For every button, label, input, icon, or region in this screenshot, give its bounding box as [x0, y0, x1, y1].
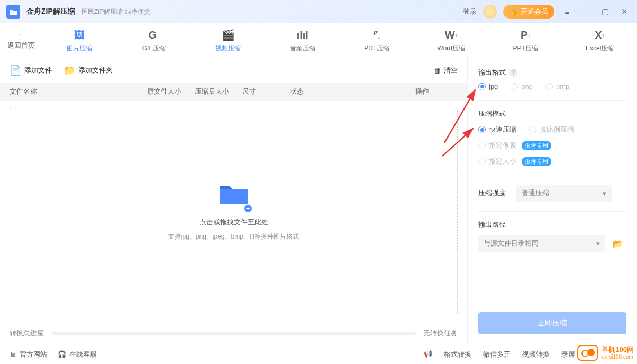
tab-label: GIF压缩 [142, 44, 166, 53]
app-logo [6, 5, 20, 19]
radio-label: 指定大小 [489, 157, 516, 166]
tab-label: PPT压缩 [513, 44, 538, 53]
tab-label: 图片压缩 [67, 44, 92, 53]
vip-label: 开通会员 [521, 7, 548, 16]
clear-label: 清空 [444, 66, 458, 75]
add-folder-label: 添加文件夹 [78, 66, 113, 75]
tab-video-compress[interactable]: 🎬视频压缩 [191, 23, 266, 58]
gif-icon: G↓ [148, 28, 159, 42]
audio-icon: ılıl [297, 28, 308, 42]
folder-plus-icon: 📁 [63, 65, 75, 76]
strength-select[interactable]: 普通压缩▾ [516, 185, 612, 202]
radio-fast-compress[interactable]: 快速压缩 [478, 125, 516, 134]
link-label: 在线客服 [69, 350, 97, 359]
radio-ratio-compress[interactable]: 按比例压缩 [529, 125, 574, 134]
titlebar: 金舟ZIP解压缩 国民ZIP解压缩 纯净便捷 登录 👍开通会员 ≡ — ▢ ✕ [0, 0, 637, 23]
select-value: 普通压缩 [522, 188, 549, 198]
col-orig-size: 原文件大小 [147, 87, 195, 96]
pdf-icon: ᴾ↓ [372, 28, 381, 42]
avatar[interactable] [483, 5, 497, 19]
close-button[interactable]: ✕ [618, 5, 631, 18]
app-subtitle: 国民ZIP解压缩 纯净便捷 [81, 7, 150, 16]
dropzone[interactable]: + 点击或拖拽文件至此处 支持jpg、png、jpeg、bmp、tif等多种图片… [10, 108, 458, 314]
horn-icon: 📢 [424, 350, 432, 359]
login-link[interactable]: 登录 [463, 7, 477, 16]
arrow-left-icon: ← [17, 31, 24, 39]
footer-link-0[interactable]: 格式转换 [444, 350, 471, 359]
support-link[interactable]: 🎧在线客服 [58, 350, 97, 359]
radio-label: png [521, 83, 533, 90]
add-file-label: 添加文件 [24, 66, 52, 75]
clear-button[interactable]: 🗑清空 [434, 66, 458, 75]
tab-audio-compress[interactable]: ılıl音频压缩 [266, 23, 340, 58]
back-button[interactable]: ← 返回首页 [0, 23, 42, 58]
tab-gif-compress[interactable]: G↓GIF压缩 [117, 23, 192, 58]
radio-label: 快速压缩 [489, 125, 516, 134]
add-folder-button[interactable]: 📁添加文件夹 [63, 65, 113, 76]
back-label: 返回首页 [7, 41, 35, 50]
progress-bar [51, 332, 416, 335]
radio-fixed-size[interactable]: 指定大小报考专用 [478, 157, 551, 166]
menu-button[interactable]: ≡ [561, 5, 574, 18]
tab-label: Excel压缩 [586, 44, 614, 53]
side-panel: 输出格式? jpg png bmp 压缩模式 快速压缩 按比例压缩 指定像素报考… [468, 58, 637, 344]
col-comp-size: 压缩后大小 [195, 87, 242, 96]
tab-label: 音频压缩 [290, 44, 315, 53]
footer-link-2[interactable]: 视频转换 [522, 350, 550, 359]
tag: 报考专用 [522, 141, 551, 150]
output-path-select[interactable]: 与源文件目录相同▾ [478, 235, 605, 252]
radio-label: 指定像素 [489, 141, 516, 150]
word-icon: W↓ [445, 28, 458, 42]
progress-label: 转换总进度 [10, 329, 44, 338]
radio-bmp[interactable]: bmp [545, 83, 569, 90]
tab-image-compress[interactable]: 🖼图片压缩 [42, 23, 117, 58]
radio-fixed-pixel[interactable]: 指定像素报考专用 [478, 141, 551, 150]
minimize-button[interactable]: — [580, 5, 593, 18]
tab-pdf-compress[interactable]: ᴾ↓PDF压缩 [340, 23, 414, 58]
file-plus-icon: 📄 [10, 65, 21, 76]
official-site-link[interactable]: 🖥官方网站 [10, 350, 47, 359]
drop-hint-1: 点击或拖拽文件至此处 [199, 217, 268, 227]
maximize-button[interactable]: ▢ [599, 5, 612, 18]
app-title: 金舟ZIP解压缩 [26, 7, 75, 16]
table-header: 文件名称 原文件大小 压缩后大小 尺寸 状态 操作 [0, 83, 467, 101]
output-format-title: 输出格式? [478, 68, 626, 77]
monitor-icon: 🖥 [10, 350, 16, 358]
toolbar: ← 返回首页 🖼图片压缩 G↓GIF压缩 🎬视频压缩 ılıl音频压缩 ᴾ↓PD… [0, 23, 637, 58]
chevron-down-icon: ▾ [603, 189, 606, 197]
help-icon[interactable]: ? [509, 68, 517, 77]
tab-excel-compress[interactable]: X↓Excel压缩 [563, 23, 638, 58]
chevron-down-icon: ▾ [596, 240, 600, 248]
compress-mode-title: 压缩模式 [478, 109, 626, 119]
link-label: 官方网站 [20, 350, 47, 359]
tab-label: Word压缩 [438, 44, 465, 53]
browse-folder-button[interactable]: 📂 [609, 235, 626, 252]
excel-icon: X↓ [595, 28, 605, 42]
trash-icon: 🗑 [434, 67, 441, 75]
ppt-icon: P↓ [521, 28, 530, 42]
vip-button[interactable]: 👍开通会员 [503, 5, 554, 19]
tab-ppt-compress[interactable]: P↓PPT压缩 [488, 23, 563, 58]
radio-label: bmp [556, 83, 569, 90]
col-ops: 操作 [415, 87, 458, 96]
col-status: 状态 [290, 87, 415, 96]
radio-label: 按比例压缩 [540, 125, 574, 134]
radio-jpg[interactable]: jpg [478, 83, 498, 90]
progress-status: 无转换任务 [423, 329, 458, 338]
path-value: 与源文件目录相同 [484, 239, 539, 248]
image-icon: 🖼 [74, 28, 85, 42]
footer-link-3[interactable]: 录屏 [561, 350, 575, 359]
drop-hint-2: 支持jpg、png、jpeg、bmp、tif等多种图片格式 [168, 232, 299, 241]
progress-row: 转换总进度 无转换任务 [0, 322, 467, 344]
compress-button[interactable]: 立即压缩 [478, 312, 626, 334]
tab-label: PDF压缩 [364, 44, 389, 53]
col-name: 文件名称 [10, 87, 147, 96]
tab-word-compress[interactable]: W↓Word压缩 [414, 23, 489, 58]
col-dims: 尺寸 [242, 87, 290, 96]
footer: 🖥官方网站 🎧在线客服 📢 格式转换 微信多开 视频转换 录屏 [0, 344, 637, 364]
add-file-button[interactable]: 📄添加文件 [10, 65, 52, 76]
footer-link-1[interactable]: 微信多开 [483, 350, 511, 359]
radio-png[interactable]: png [511, 83, 533, 90]
main-panel: 📄添加文件 📁添加文件夹 🗑清空 文件名称 原文件大小 压缩后大小 尺寸 状态 … [0, 58, 468, 344]
output-path-title: 输出路径 [478, 220, 626, 230]
